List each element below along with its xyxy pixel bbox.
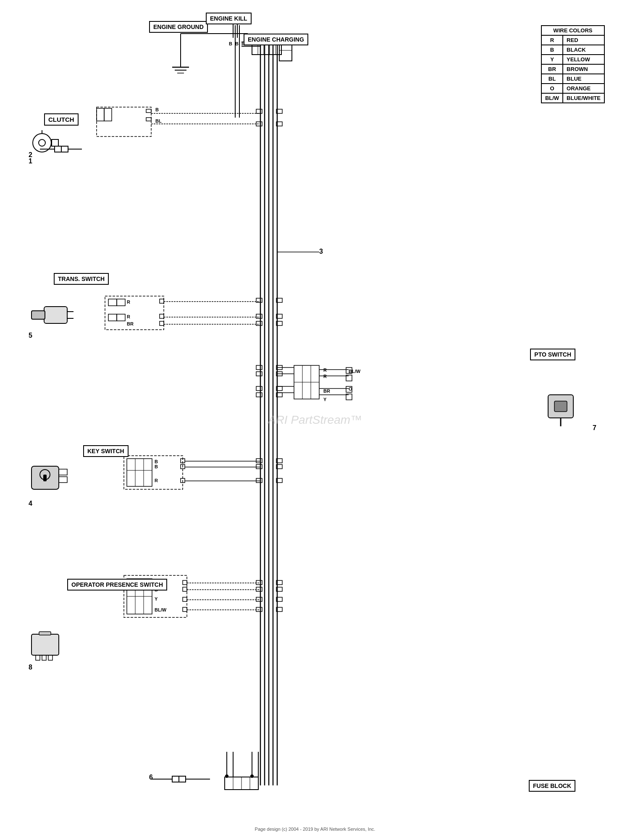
item-3-label: 3 <box>319 248 323 255</box>
svg-rect-99 <box>172 776 179 782</box>
wiring-diagram-svg: B BL R R BR <box>0 0 630 840</box>
fuse-block-label: FUSE BLOCK <box>529 780 575 792</box>
svg-rect-173 <box>39 632 51 635</box>
wire-color-row: RRED <box>541 35 604 45</box>
svg-rect-126 <box>256 386 262 391</box>
trans-switch-component <box>27 302 82 338</box>
svg-text:R: R <box>323 374 327 379</box>
item-6-label: 6 <box>149 774 153 781</box>
svg-rect-100 <box>179 776 186 782</box>
svg-text:BR: BR <box>127 321 134 326</box>
svg-rect-35 <box>160 314 164 318</box>
svg-text:R: R <box>127 314 130 319</box>
svg-rect-156 <box>52 139 58 146</box>
item-8-label: 8 <box>29 664 32 671</box>
svg-point-154 <box>39 139 45 146</box>
svg-rect-167 <box>59 469 67 475</box>
svg-text:Y: Y <box>155 596 158 601</box>
svg-point-101 <box>225 774 228 778</box>
svg-rect-172 <box>48 655 52 660</box>
svg-rect-86 <box>183 580 187 585</box>
svg-rect-26 <box>108 314 117 321</box>
svg-rect-89 <box>183 607 187 612</box>
svg-text:BR: BR <box>323 388 330 394</box>
svg-text:B: B <box>155 464 158 469</box>
svg-rect-88 <box>183 597 187 601</box>
svg-rect-131 <box>256 580 262 585</box>
op-presence-component <box>27 630 65 665</box>
pto-switch-component <box>542 391 580 430</box>
trans-switch-label: TRANS. SWITCH <box>54 273 109 285</box>
item-2-label: 2 <box>29 151 32 159</box>
wire-color-row: OORANGE <box>541 84 604 93</box>
svg-text:BL/W: BL/W <box>155 607 167 612</box>
svg-rect-123 <box>256 321 262 326</box>
key-switch-component <box>25 460 80 499</box>
svg-rect-23 <box>105 296 164 330</box>
wire-color-row: BRBROWN <box>541 64 604 74</box>
wire-colors-table: WIRE COLORS RRED BBLACK YYELLOW BRBROWN … <box>541 25 605 103</box>
svg-rect-24 <box>108 299 117 306</box>
svg-rect-166 <box>43 475 47 481</box>
svg-rect-124 <box>256 365 262 370</box>
svg-text:R: R <box>127 299 130 304</box>
svg-rect-128 <box>256 459 262 463</box>
svg-rect-133 <box>256 597 262 601</box>
svg-rect-17 <box>104 108 112 121</box>
pto-switch-label: PTO SWITCH <box>530 349 575 360</box>
svg-rect-122 <box>256 314 262 318</box>
svg-text:Y: Y <box>323 397 327 402</box>
diagram-container: B BL R R BR <box>0 0 630 840</box>
footer-text: Page design (c) 2004 - 2019 by ARI Netwo… <box>255 827 375 832</box>
svg-rect-119 <box>256 109 262 113</box>
svg-rect-60 <box>127 459 152 486</box>
svg-rect-87 <box>183 587 187 591</box>
clutch-label: CLUTCH <box>44 113 79 126</box>
svg-rect-19 <box>146 118 151 121</box>
svg-point-153 <box>33 134 51 152</box>
svg-rect-132 <box>256 587 262 591</box>
wire-color-row: BL/WBLUE/WHITE <box>541 93 604 103</box>
key-switch-label: KEY SWITCH <box>83 445 129 457</box>
engine-ground-label: ENGINE GROUND <box>149 21 208 33</box>
item-4-label: 4 <box>29 500 32 507</box>
svg-rect-134 <box>256 607 262 612</box>
svg-rect-127 <box>256 393 262 397</box>
engine-charging-label: ENGINE CHARGING <box>244 34 308 45</box>
svg-rect-18 <box>146 109 151 113</box>
svg-rect-130 <box>256 478 262 483</box>
svg-rect-171 <box>42 655 46 660</box>
svg-rect-158 <box>32 311 45 319</box>
svg-rect-11 <box>97 107 151 136</box>
svg-rect-16 <box>97 108 104 121</box>
wire-color-row: YYELLOW <box>541 55 604 64</box>
svg-rect-59 <box>124 456 183 489</box>
svg-text:R: R <box>155 478 158 483</box>
svg-text:B: B <box>155 459 158 464</box>
svg-text:R: R <box>323 368 327 373</box>
svg-rect-169 <box>32 634 59 655</box>
svg-point-102 <box>250 774 254 778</box>
svg-text:BL: BL <box>155 118 162 123</box>
wire-colors-title: WIRE COLORS <box>541 26 604 35</box>
svg-rect-25 <box>117 299 125 306</box>
svg-rect-157 <box>44 307 67 323</box>
svg-text:B: B <box>229 41 232 46</box>
wire-color-row: BBLACK <box>541 45 604 55</box>
svg-rect-27 <box>117 314 125 321</box>
item-5-label: 5 <box>29 332 32 339</box>
svg-rect-170 <box>36 655 40 660</box>
svg-text:BL/W: BL/W <box>349 369 361 374</box>
item-7-label: 7 <box>593 424 596 432</box>
svg-text:B: B <box>235 41 239 46</box>
svg-text:B: B <box>155 107 159 112</box>
engine-kill-label: ENGINE KILL <box>206 13 252 24</box>
svg-rect-129 <box>256 465 262 469</box>
clutch-component <box>27 130 69 165</box>
op-presence-label: OPERATOR PRESENCE SWITCH <box>67 579 167 591</box>
wire-color-row: BLBLUE <box>541 74 604 84</box>
svg-rect-162 <box>554 401 567 412</box>
svg-rect-125 <box>256 372 262 376</box>
svg-rect-34 <box>160 299 164 303</box>
svg-rect-36 <box>160 321 164 326</box>
